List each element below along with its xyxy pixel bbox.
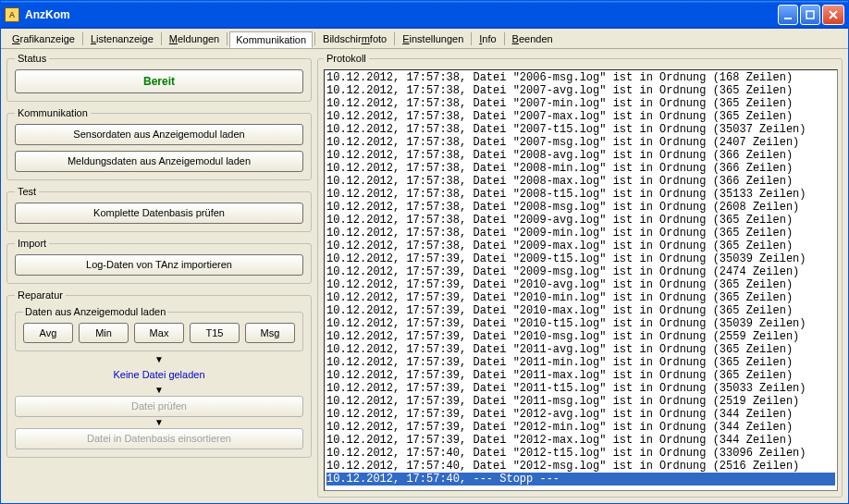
right-panel: Protokoll 10.12.2012, 17:57:38, Datei "2… bbox=[317, 53, 843, 498]
titlebar: A AnzKom bbox=[1, 1, 848, 29]
menu-item-bildschirmfoto[interactable]: Bildschirmfoto bbox=[317, 31, 392, 46]
protocol-line[interactable]: 10.12.2012, 17:57:38, Datei "2008-max.lo… bbox=[326, 175, 835, 188]
protocol-line[interactable]: 10.12.2012, 17:57:40, --- Stopp --- bbox=[326, 473, 835, 486]
menu-item-listenanzeige[interactable]: Listenanzeige bbox=[85, 31, 159, 46]
menu-item-grafikanzeige[interactable]: Grafikanzeige bbox=[6, 31, 80, 46]
menu-separator bbox=[504, 32, 505, 45]
protocol-line[interactable]: 10.12.2012, 17:57:39, Datei "2010-min.lo… bbox=[326, 291, 835, 304]
load-sensor-data-button[interactable]: Sensordaten aus Anzeigemodul laden bbox=[15, 124, 303, 145]
protocol-line[interactable]: 10.12.2012, 17:57:38, Datei "2007-min.lo… bbox=[326, 97, 835, 110]
repair-group: Reparatur Daten aus Anzeigemodul laden A… bbox=[6, 289, 312, 458]
repair-load-subgroup: Daten aus Anzeigemodul laden AvgMinMaxT1… bbox=[15, 306, 303, 351]
protocol-line[interactable]: 10.12.2012, 17:57:39, Datei "2012-max.lo… bbox=[326, 434, 835, 447]
protocol-line[interactable]: 10.12.2012, 17:57:38, Datei "2009-max.lo… bbox=[326, 240, 835, 252]
menu-item-kommunikation[interactable]: Kommunikation bbox=[229, 31, 313, 48]
body: Status Bereit Kommunikation Sensordaten … bbox=[1, 49, 848, 503]
left-panel: Status Bereit Kommunikation Sensordaten … bbox=[6, 53, 312, 498]
import-log-button[interactable]: Log-Daten von TAnz importieren bbox=[15, 254, 303, 276]
menu-item-meldungen[interactable]: Meldungen bbox=[164, 31, 225, 46]
maximize-button[interactable] bbox=[800, 5, 820, 25]
menu-separator bbox=[82, 32, 83, 45]
repair-msg-button[interactable]: Msg bbox=[245, 323, 295, 343]
sort-file-button[interactable]: Datei in Datenbasis einsortieren bbox=[15, 428, 303, 449]
protocol-line[interactable]: 10.12.2012, 17:57:39, Datei "2010-t15.lo… bbox=[326, 317, 835, 330]
menu-separator bbox=[394, 32, 395, 45]
menu-separator bbox=[227, 32, 228, 45]
protocol-line[interactable]: 10.12.2012, 17:57:38, Datei "2008-t15.lo… bbox=[326, 188, 835, 201]
repair-sub-legend: Daten aus Anzeigemodul laden bbox=[23, 306, 167, 317]
status-value: Bereit bbox=[15, 69, 303, 93]
protocol-line[interactable]: 10.12.2012, 17:57:38, Datei "2009-avg.lo… bbox=[326, 214, 835, 227]
protocol-line[interactable]: 10.12.2012, 17:57:39, Datei "2011-msg.lo… bbox=[326, 395, 835, 408]
app-icon: A bbox=[5, 7, 19, 22]
protocol-line[interactable]: 10.12.2012, 17:57:39, Datei "2010-msg.lo… bbox=[326, 330, 835, 343]
protocol-line[interactable]: 10.12.2012, 17:57:38, Datei "2007-msg.lo… bbox=[326, 136, 835, 149]
repair-legend: Reparatur bbox=[15, 289, 66, 301]
protocol-line[interactable]: 10.12.2012, 17:57:38, Datei "2007-avg.lo… bbox=[326, 84, 835, 97]
app-window: A AnzKom GrafikanzeigeListenanzeigeMeldu… bbox=[0, 0, 849, 504]
protocol-line[interactable]: 10.12.2012, 17:57:39, Datei "2011-min.lo… bbox=[326, 356, 835, 369]
check-database-button[interactable]: Komplette Datenbasis prüfen bbox=[15, 203, 303, 224]
protocol-line[interactable]: 10.12.2012, 17:57:38, Datei "2009-min.lo… bbox=[326, 227, 835, 240]
protocol-line[interactable]: 10.12.2012, 17:57:38, Datei "2008-msg.lo… bbox=[326, 201, 835, 214]
check-file-button[interactable]: Datei prüfen bbox=[15, 396, 303, 417]
menu-item-beenden[interactable]: Beenden bbox=[507, 31, 559, 46]
menu-bar: GrafikanzeigeListenanzeigeMeldungenKommu… bbox=[1, 29, 848, 49]
arrow-down-icon: ▼ bbox=[15, 386, 303, 395]
protocol-line[interactable]: 10.12.2012, 17:57:40, Datei "2012-t15.lo… bbox=[326, 447, 835, 460]
menu-separator bbox=[471, 32, 472, 45]
protocol-line[interactable]: 10.12.2012, 17:57:38, Datei "2007-t15.lo… bbox=[326, 123, 835, 136]
repair-button-row: AvgMinMaxT15Msg bbox=[23, 323, 295, 343]
protocol-line[interactable]: 10.12.2012, 17:57:38, Datei "2008-min.lo… bbox=[326, 162, 835, 175]
protocol-legend: Protokoll bbox=[324, 53, 369, 64]
arrow-down-icon: ▼ bbox=[15, 418, 303, 427]
protocol-line[interactable]: 10.12.2012, 17:57:39, Datei "2011-t15.lo… bbox=[326, 382, 835, 395]
communication-legend: Kommunikation bbox=[15, 107, 91, 118]
protocol-line[interactable]: 10.12.2012, 17:57:38, Datei "2006-msg.lo… bbox=[326, 71, 835, 84]
menu-item-info[interactable]: Info bbox=[474, 31, 501, 46]
protocol-line[interactable]: 10.12.2012, 17:57:39, Datei "2012-min.lo… bbox=[326, 421, 835, 434]
menu-separator bbox=[314, 32, 315, 45]
status-group: Status Bereit bbox=[6, 53, 312, 102]
close-button[interactable] bbox=[822, 5, 844, 25]
protocol-line[interactable]: 10.12.2012, 17:57:39, Datei "2009-t15.lo… bbox=[326, 252, 835, 265]
repair-t15-button[interactable]: T15 bbox=[190, 323, 240, 343]
minimize-button[interactable] bbox=[778, 5, 798, 25]
protocol-line[interactable]: 10.12.2012, 17:57:39, Datei "2011-max.lo… bbox=[326, 369, 835, 382]
window-title: AnzKom bbox=[25, 8, 70, 21]
protocol-group: Protokoll 10.12.2012, 17:57:38, Datei "2… bbox=[317, 53, 843, 498]
protocol-line[interactable]: 10.12.2012, 17:57:39, Datei "2010-max.lo… bbox=[326, 304, 835, 317]
svg-rect-0 bbox=[784, 18, 792, 19]
test-legend: Test bbox=[15, 186, 39, 197]
communication-group: Kommunikation Sensordaten aus Anzeigemod… bbox=[6, 107, 312, 180]
protocol-log[interactable]: 10.12.2012, 17:57:38, Datei "2006-msg.lo… bbox=[324, 69, 838, 491]
repair-min-button[interactable]: Min bbox=[79, 323, 129, 343]
load-message-data-button[interactable]: Meldungsdaten aus Anzeigemodul laden bbox=[15, 151, 303, 172]
import-group: Import Log-Daten von TAnz importieren bbox=[6, 238, 312, 284]
window-controls bbox=[778, 5, 844, 25]
menu-separator bbox=[161, 32, 162, 45]
repair-avg-button[interactable]: Avg bbox=[23, 323, 73, 343]
protocol-line[interactable]: 10.12.2012, 17:57:39, Datei "2009-msg.lo… bbox=[326, 265, 835, 278]
protocol-line[interactable]: 10.12.2012, 17:57:39, Datei "2012-avg.lo… bbox=[326, 408, 835, 421]
status-legend: Status bbox=[15, 53, 49, 64]
protocol-line[interactable]: 10.12.2012, 17:57:39, Datei "2010-avg.lo… bbox=[326, 278, 835, 291]
protocol-line[interactable]: 10.12.2012, 17:57:39, Datei "2011-avg.lo… bbox=[326, 343, 835, 356]
loaded-file-label: Keine Datei geladen bbox=[15, 365, 303, 384]
repair-max-button[interactable]: Max bbox=[134, 323, 184, 343]
protocol-line[interactable]: 10.12.2012, 17:57:38, Datei "2008-avg.lo… bbox=[326, 149, 835, 162]
test-group: Test Komplette Datenbasis prüfen bbox=[6, 186, 312, 232]
svg-rect-1 bbox=[806, 11, 814, 18]
arrow-down-icon: ▼ bbox=[15, 355, 303, 364]
menu-item-einstellungen[interactable]: Einstellungen bbox=[397, 31, 469, 46]
protocol-line[interactable]: 10.12.2012, 17:57:38, Datei "2007-max.lo… bbox=[326, 110, 835, 123]
import-legend: Import bbox=[15, 238, 49, 249]
protocol-line[interactable]: 10.12.2012, 17:57:40, Datei "2012-msg.lo… bbox=[326, 460, 835, 473]
